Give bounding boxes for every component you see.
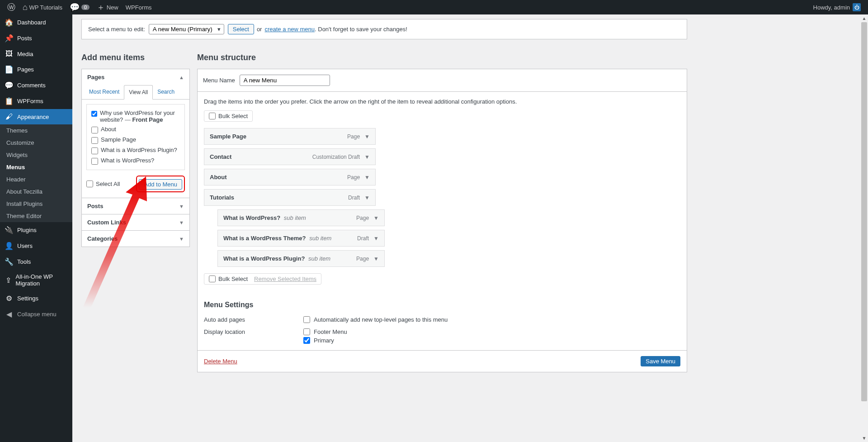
sidebar-item-settings[interactable]: ⚙Settings	[0, 290, 72, 306]
dont-forget-text: . Don't forget to save your changes!	[315, 26, 407, 33]
scroll-up-arrow[interactable]: ▲	[860, 14, 868, 22]
menu-item[interactable]: Sample PagePage▼	[204, 128, 376, 145]
tab-most-recent[interactable]: Most Recent	[85, 85, 124, 99]
sidebar-subitem-install-plugins[interactable]: Install Plugins	[0, 198, 72, 210]
create-menu-link[interactable]: create a new menu	[264, 26, 315, 33]
menu-item[interactable]: AboutPage▼	[204, 169, 376, 185]
chevron-down-icon[interactable]: ▼	[373, 215, 379, 221]
chevron-down-icon[interactable]: ▼	[373, 256, 379, 262]
sidebar-subitem-header[interactable]: Header	[0, 173, 72, 185]
location-footer-checkbox[interactable]	[303, 328, 310, 335]
location-primary[interactable]: Primary	[303, 337, 347, 344]
wpforms-label: WPForms	[126, 4, 152, 11]
chevron-down-icon[interactable]: ▼	[364, 133, 370, 140]
chevron-down-icon[interactable]: ▼	[373, 235, 379, 242]
page-item-label: What is a WordPress Plugin?	[101, 147, 177, 153]
sidebar-subitem-theme-editor[interactable]: Theme Editor	[0, 210, 72, 222]
page-scrollbar[interactable]: ▲ ▼	[860, 14, 868, 390]
page-item[interactable]: What is a WordPress Plugin?	[91, 145, 180, 156]
page-item[interactable]: About	[91, 124, 180, 135]
sidebar-subitem-themes[interactable]: Themes	[0, 124, 72, 137]
chevron-down-icon[interactable]: ▼	[364, 174, 370, 181]
menu-item-title: Tutorials	[210, 194, 234, 201]
accordion-pages-toggle[interactable]: Pages ▲	[82, 69, 189, 85]
manage-menus-bar: Select a menu to edit: A new Menu (Prima…	[81, 19, 687, 39]
select-all-text: Select All	[96, 181, 120, 187]
menu-item[interactable]: TutorialsDraft▼	[204, 189, 376, 206]
menu-settings-title: Menu Settings	[204, 301, 680, 309]
my-account[interactable]: Howdy, admin⏻	[810, 0, 864, 14]
scroll-track[interactable]	[860, 22, 868, 390]
chevron-up-icon: ▲	[179, 75, 184, 80]
sidebar-item-media[interactable]: 🖼Media	[0, 46, 72, 62]
auto-add-option[interactable]: Automatically add new top-level pages to…	[303, 316, 448, 323]
collapse-menu[interactable]: ◀Collapse menu	[0, 306, 72, 322]
site-name-link[interactable]: ⌂ WP Tutorials	[19, 0, 66, 14]
drag-instructions: Drag the items into the order you prefer…	[204, 98, 680, 105]
sidebar-item-posts[interactable]: 📌Posts	[0, 30, 72, 46]
menu-item[interactable]: What is a WordPress Plugin? sub itemPage…	[217, 250, 385, 267]
page-item-checkbox[interactable]	[91, 110, 97, 117]
sidebar-item-plugins[interactable]: 🔌Plugins	[0, 222, 72, 238]
select-menu-button[interactable]: Select	[228, 24, 254, 34]
sidebar-subitem-widgets[interactable]: Widgets	[0, 149, 72, 161]
wp-logo[interactable]: ⓦ	[4, 0, 19, 14]
tab-view-all[interactable]: View All	[124, 85, 153, 100]
page-item-checkbox[interactable]	[91, 158, 98, 165]
page-item[interactable]: Why use WordPress for your website? — Fr…	[91, 108, 180, 124]
accordion-categories: Categories ▼	[82, 231, 189, 247]
page-item-checkbox[interactable]	[91, 147, 98, 154]
sidebar-item-all-in-one-wp-migration[interactable]: ⇪All-in-One WP Migration	[0, 270, 72, 290]
location-primary-checkbox[interactable]	[303, 337, 310, 344]
location-primary-text: Primary	[314, 337, 334, 344]
location-footer[interactable]: Footer Menu	[303, 328, 347, 335]
menu-edit-panel: Menu Name Drag the items into the order …	[197, 69, 687, 372]
sidebar-subitem-menus[interactable]: Menus	[0, 161, 72, 173]
tab-search[interactable]: Search	[153, 85, 179, 99]
menu-select-dropdown[interactable]: A new Menu (Primary)	[149, 24, 224, 34]
page-item-checkbox[interactable]	[91, 137, 98, 144]
page-item[interactable]: What is WordPress?	[91, 156, 180, 166]
select-all-label[interactable]: Select All	[86, 181, 120, 187]
remove-selected-link[interactable]: Remove Selected Items	[254, 276, 316, 282]
delete-menu-link[interactable]: Delete Menu	[204, 358, 237, 365]
accordion-categories-toggle[interactable]: Categories ▼	[82, 231, 189, 247]
wordpress-icon: ⓦ	[7, 3, 15, 11]
chevron-down-icon[interactable]: ▼	[364, 154, 370, 160]
chevron-down-icon: ▼	[179, 236, 184, 242]
new-link[interactable]: ＋ New	[93, 0, 122, 14]
menu-item[interactable]: What is a WordPress Theme? sub itemDraft…	[217, 230, 385, 247]
save-menu-button[interactable]: Save Menu	[641, 356, 680, 366]
sidebar-item-wpforms[interactable]: 📋WPForms	[0, 93, 72, 109]
bulk-select-checkbox-top[interactable]	[209, 113, 216, 119]
menu-icon: 🖌	[5, 113, 14, 121]
menu-item[interactable]: ContactCustomization Draft▼	[204, 148, 376, 165]
sidebar-item-dashboard[interactable]: 🏠Dashboard	[0, 14, 72, 30]
menu-item-sublabel: sub item	[284, 214, 306, 221]
sidebar-subitem-customize[interactable]: Customize	[0, 137, 72, 149]
sidebar-item-comments[interactable]: 💬Comments	[0, 77, 72, 93]
accordion-custom-links-toggle[interactable]: Custom Links ▼	[82, 214, 189, 230]
menu-item[interactable]: What is WordPress? sub itemPage▼	[217, 209, 385, 226]
sidebar-item-users[interactable]: 👤Users	[0, 238, 72, 254]
home-icon: ⌂	[23, 3, 28, 11]
page-item[interactable]: Sample Page	[91, 135, 180, 145]
scroll-thumb[interactable]	[861, 22, 867, 390]
page-item-checkbox[interactable]	[91, 127, 98, 133]
auto-add-checkbox[interactable]	[303, 316, 310, 323]
sidebar-item-tools[interactable]: 🔧Tools	[0, 254, 72, 270]
comments-link[interactable]: 💬0	[66, 0, 93, 14]
menu-name-input[interactable]	[240, 75, 330, 86]
select-menu-prompt: Select a menu to edit:	[88, 26, 145, 33]
menu-label: Pages	[17, 66, 34, 73]
select-all-checkbox[interactable]	[86, 181, 93, 187]
add-to-menu-button[interactable]: Add to Menu	[139, 179, 182, 190]
chevron-down-icon[interactable]: ▼	[364, 195, 370, 201]
sidebar-subitem-about-teczilla[interactable]: About Teczilla	[0, 185, 72, 198]
bulk-select-checkbox-bottom[interactable]	[209, 276, 216, 282]
accordion-posts-toggle[interactable]: Posts ▼	[82, 198, 189, 214]
wpforms-link[interactable]: WPForms	[122, 0, 156, 14]
or-text: or	[257, 26, 262, 33]
sidebar-item-appearance[interactable]: 🖌Appearance	[0, 109, 72, 124]
sidebar-item-pages[interactable]: 📄Pages	[0, 62, 72, 77]
